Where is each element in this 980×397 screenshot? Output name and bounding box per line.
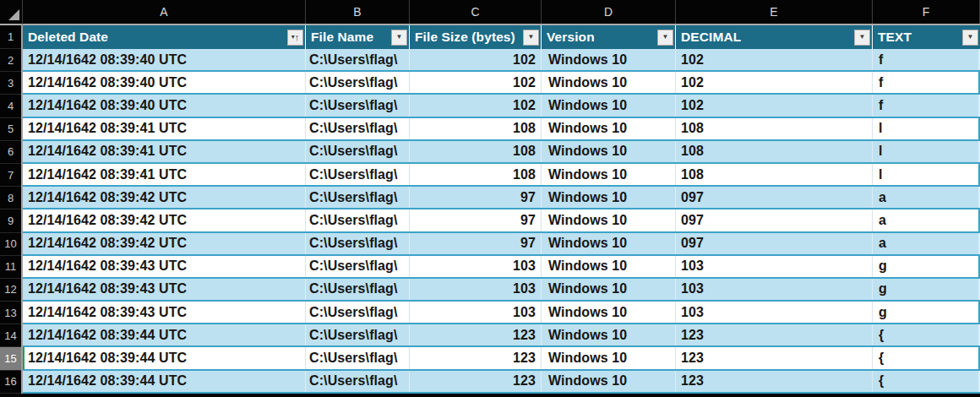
cell-D5[interactable]: Windows 10 <box>542 118 676 139</box>
filter-dropdown-icon[interactable]: ▼ <box>391 30 407 46</box>
cell-A14[interactable]: 12/14/1642 08:39:44 UTC <box>23 324 306 345</box>
row-header-6[interactable]: 6 <box>0 141 21 164</box>
table-header-cell-5[interactable]: DECIMAL▼ <box>676 25 873 49</box>
column-header-D[interactable]: D <box>542 0 676 24</box>
cell-A2[interactable]: 12/14/1642 08:39:40 UTC <box>23 49 306 70</box>
cell-C8[interactable]: 97 <box>410 187 542 208</box>
cell-F10[interactable]: a <box>873 233 980 254</box>
row-header-9[interactable]: 9 <box>0 209 21 232</box>
row-header-7[interactable]: 7 <box>0 164 21 187</box>
cell-C13[interactable]: 103 <box>410 302 542 323</box>
cell-C5[interactable]: 108 <box>410 118 542 139</box>
cell-F9[interactable]: a <box>873 209 980 231</box>
sort-ascending-filter-icon[interactable]: ▾↑ <box>287 30 303 46</box>
cell-D3[interactable]: Windows 10 <box>542 72 676 93</box>
table-header-cell-1[interactable]: Deleted Date▾↑ <box>23 25 306 49</box>
cell-D9[interactable]: Windows 10 <box>542 209 676 231</box>
cell-E12[interactable]: 103 <box>676 279 873 300</box>
cell-C11[interactable]: 103 <box>410 256 542 277</box>
cell-B11[interactable]: C:\Users\flag\ <box>306 256 410 277</box>
filter-dropdown-icon[interactable]: ▼ <box>962 30 978 46</box>
cell-F6[interactable]: l <box>873 141 980 162</box>
cell-B3[interactable]: C:\Users\flag\ <box>306 72 410 93</box>
cell-B6[interactable]: C:\Users\flag\ <box>306 141 410 162</box>
cell-A12[interactable]: 12/14/1642 08:39:43 UTC <box>23 279 306 300</box>
row-header-3[interactable]: 3 <box>0 72 21 95</box>
cell-C6[interactable]: 108 <box>410 141 542 162</box>
cell-F15[interactable]: { <box>873 347 980 368</box>
cell-F13[interactable]: g <box>873 302 980 323</box>
cell-E9[interactable]: 097 <box>676 209 873 231</box>
cell-D10[interactable]: Windows 10 <box>542 233 676 254</box>
cell-E2[interactable]: 102 <box>676 49 873 70</box>
cell-A7[interactable]: 12/14/1642 08:39:41 UTC <box>23 164 306 185</box>
cell-A11[interactable]: 12/14/1642 08:39:43 UTC <box>23 256 306 277</box>
table-header-cell-6[interactable]: TEXT▼ <box>873 25 980 49</box>
row-header-15[interactable]: 15 <box>0 347 21 370</box>
cell-A3[interactable]: 12/14/1642 08:39:40 UTC <box>23 72 306 93</box>
table-header-cell-2[interactable]: File Name▼ <box>306 25 410 49</box>
cell-E10[interactable]: 097 <box>676 233 873 254</box>
cell-D11[interactable]: Windows 10 <box>542 256 676 277</box>
cell-E13[interactable]: 103 <box>676 302 873 323</box>
cell-E4[interactable]: 102 <box>676 95 873 116</box>
cell-D14[interactable]: Windows 10 <box>542 324 676 345</box>
column-header-F[interactable]: F <box>873 0 980 24</box>
filter-dropdown-icon[interactable]: ▼ <box>523 30 539 46</box>
row-header-8[interactable]: 8 <box>0 187 21 209</box>
cell-B4[interactable]: C:\Users\flag\ <box>306 95 410 116</box>
cell-C9[interactable]: 97 <box>410 209 542 231</box>
cell-A4[interactable]: 12/14/1642 08:39:40 UTC <box>23 95 306 116</box>
cell-B16[interactable]: C:\Users\flag\ <box>306 371 410 392</box>
cell-B8[interactable]: C:\Users\flag\ <box>306 187 410 208</box>
column-header-B[interactable]: B <box>306 0 410 24</box>
cell-D2[interactable]: Windows 10 <box>542 49 676 70</box>
row-header-12[interactable]: 12 <box>0 279 21 302</box>
cell-D15[interactable]: Windows 10 <box>542 347 676 368</box>
cell-C3[interactable]: 102 <box>410 72 542 93</box>
cell-E16[interactable]: 123 <box>676 371 873 392</box>
cell-D16[interactable]: Windows 10 <box>542 371 676 392</box>
row-header-2[interactable]: 2 <box>0 49 21 72</box>
cell-F11[interactable]: g <box>873 256 980 277</box>
cell-B2[interactable]: C:\Users\flag\ <box>306 49 410 70</box>
row-header-4[interactable]: 4 <box>0 95 21 117</box>
cell-E5[interactable]: 108 <box>676 118 873 139</box>
cell-C12[interactable]: 103 <box>410 279 542 300</box>
cell-D4[interactable]: Windows 10 <box>542 95 676 116</box>
column-header-C[interactable]: C <box>410 0 542 24</box>
cell-B9[interactable]: C:\Users\flag\ <box>306 209 410 231</box>
cell-F14[interactable]: { <box>873 324 980 345</box>
cell-E3[interactable]: 102 <box>676 72 873 93</box>
cell-F8[interactable]: a <box>873 187 980 208</box>
filter-dropdown-icon[interactable]: ▼ <box>657 30 673 46</box>
cell-B14[interactable]: C:\Users\flag\ <box>306 324 410 345</box>
row-header-5[interactable]: 5 <box>0 118 21 141</box>
cell-E11[interactable]: 103 <box>676 256 873 277</box>
cell-A6[interactable]: 12/14/1642 08:39:41 UTC <box>23 141 306 162</box>
cell-F12[interactable]: g <box>873 279 980 300</box>
cell-F16[interactable]: { <box>873 371 980 392</box>
row-header-14[interactable]: 14 <box>0 324 21 347</box>
cell-D8[interactable]: Windows 10 <box>542 187 676 208</box>
column-header-A[interactable]: A <box>23 0 306 24</box>
cell-A5[interactable]: 12/14/1642 08:39:41 UTC <box>23 118 306 139</box>
cell-B7[interactable]: C:\Users\flag\ <box>306 164 410 185</box>
table-header-cell-3[interactable]: File Size (bytes)▼ <box>410 25 542 49</box>
row-header-16[interactable]: 16 <box>0 371 21 394</box>
cell-C14[interactable]: 123 <box>410 324 542 345</box>
cell-F2[interactable]: f <box>873 49 980 70</box>
cell-E14[interactable]: 123 <box>676 324 873 345</box>
cell-B5[interactable]: C:\Users\flag\ <box>306 118 410 139</box>
cell-C4[interactable]: 102 <box>410 95 542 116</box>
cell-C7[interactable]: 108 <box>410 164 542 185</box>
select-all-corner[interactable] <box>0 0 23 25</box>
cell-A9[interactable]: 12/14/1642 08:39:42 UTC <box>23 209 306 231</box>
cell-A16[interactable]: 12/14/1642 08:39:44 UTC <box>23 371 306 392</box>
cell-F7[interactable]: l <box>873 164 980 185</box>
cell-E15[interactable]: 123 <box>676 347 873 368</box>
cell-C16[interactable]: 123 <box>410 371 542 392</box>
cell-E7[interactable]: 108 <box>676 164 873 185</box>
cell-B12[interactable]: C:\Users\flag\ <box>306 279 410 300</box>
cell-E6[interactable]: 108 <box>676 141 873 162</box>
